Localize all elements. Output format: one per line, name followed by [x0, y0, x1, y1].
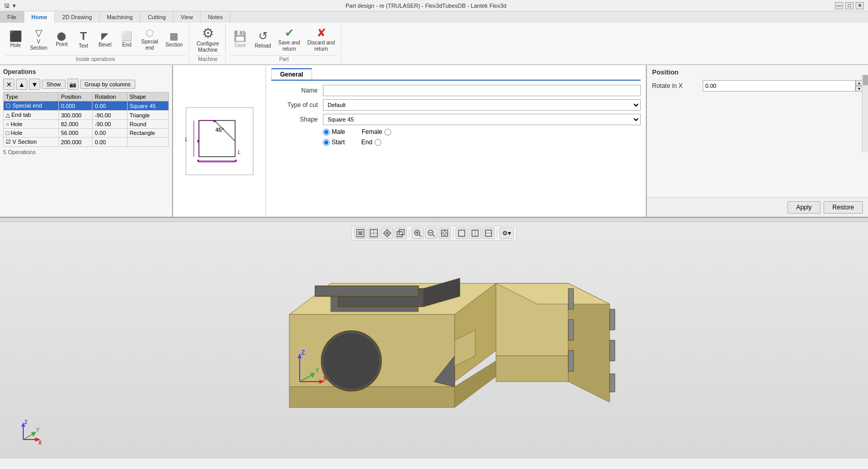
text-button[interactable]: T Text: [73, 25, 94, 54]
hole-button[interactable]: ⬛ Hole: [5, 25, 26, 54]
svg-marker-58: [568, 289, 574, 309]
operations-toolbar: ✕ ▲ ▼ Show 📷 Group by columns: [3, 79, 169, 90]
svg-marker-46: [289, 387, 455, 407]
position-area: Position Rotate in X ▲ ▼ Apply Restore: [646, 65, 868, 217]
table-row[interactable]: ☑V Section 200.000 0.00: [4, 138, 169, 147]
svg-marker-66: [315, 286, 419, 296]
male-option[interactable]: Male: [323, 128, 345, 135]
rotate-x-label: Rotate in X: [652, 82, 699, 89]
position-title: Position: [652, 68, 863, 76]
horizontal-splitter[interactable]: · · ·: [0, 218, 868, 222]
special-end-button[interactable]: ⬡ Specialend: [138, 25, 161, 54]
tab-machining[interactable]: Machining: [100, 11, 141, 23]
table-row[interactable]: ○Hole 82.000 -90.00 Round: [4, 120, 169, 129]
configure-machine-button[interactable]: ⚙ ConfigureMachine: [194, 25, 222, 54]
start-option[interactable]: Start: [323, 139, 345, 146]
col-type: Type: [4, 93, 59, 101]
action-buttons: Apply Restore: [647, 198, 868, 217]
svg-text:Z: Z: [24, 419, 27, 425]
type-of-cut-label: Type of cut: [271, 101, 318, 109]
svg-text:X: X: [38, 440, 42, 446]
svg-text:Y: Y: [315, 367, 319, 374]
col-rotation: Rotation: [92, 93, 127, 101]
move-down-button[interactable]: ▼: [29, 79, 40, 90]
end-button[interactable]: ⬜ End: [116, 25, 137, 54]
svg-marker-55: [496, 356, 568, 382]
operations-title: Operations: [3, 68, 169, 75]
rotate-x-input[interactable]: [703, 80, 856, 92]
svg-text:Y: Y: [36, 427, 40, 433]
end-option[interactable]: End: [361, 139, 381, 146]
restore-button[interactable]: Restore: [824, 201, 863, 214]
close-button[interactable]: ✕: [856, 2, 864, 9]
tab-cutting[interactable]: Cutting: [141, 11, 174, 23]
col-shape: Shape: [127, 93, 168, 101]
tab-file[interactable]: File: [0, 11, 24, 23]
rotate-x-row: Rotate in X ▲ ▼: [652, 80, 863, 92]
minimize-button[interactable]: —: [835, 2, 843, 9]
svg-marker-62: [610, 340, 615, 361]
gender-radio-group: Male Female: [323, 128, 391, 135]
bevel-button[interactable]: ◤ Bevel: [95, 25, 115, 54]
position-scrollbar[interactable]: [862, 74, 868, 152]
position-radio-group: Start End: [323, 139, 381, 146]
properties-panel: General Name Type of cut Default Shape S…: [266, 65, 646, 217]
maximize-button[interactable]: □: [845, 2, 854, 9]
ribbon-content: ⬛ Hole ▽ VSection ⬤ Point T Text ◤ Bev: [0, 23, 868, 64]
delete-operation-button[interactable]: ✕: [3, 79, 14, 90]
3d-model-svg: Z Y X: [238, 222, 630, 459]
tab-home[interactable]: Home: [24, 11, 55, 24]
move-up-button[interactable]: ▲: [16, 79, 27, 90]
tab-notes[interactable]: Notes: [200, 11, 230, 23]
table-row[interactable]: △End tab 300.000 -90.00 Triangle: [4, 111, 169, 120]
female-option[interactable]: Female: [362, 128, 391, 135]
v-section-button[interactable]: ▽ VSection: [27, 25, 50, 54]
male-label: Male: [332, 128, 345, 135]
axes-indicator: Z Y X: [16, 416, 47, 448]
svg-text:L: L: [238, 149, 241, 155]
model-area: Z Y X: [0, 222, 868, 459]
col-position: Position: [58, 93, 92, 101]
female-label: Female: [362, 128, 382, 135]
reload-button[interactable]: ↺ Reload: [252, 25, 274, 54]
operations-count: 5 Operations: [3, 149, 169, 155]
shape-row: Shape Square 45: [271, 114, 641, 125]
save-return-button[interactable]: ✔ Save andreturn: [275, 25, 303, 54]
configure-machine-label: Machine: [194, 55, 222, 63]
group-by-columns-button[interactable]: Group by columns: [80, 80, 135, 89]
type-of-cut-select[interactable]: Default: [323, 99, 641, 111]
table-row[interactable]: ⬡Special end 0.000 0.00 Square 45: [4, 101, 169, 111]
svg-text:45°: 45°: [215, 127, 224, 133]
start-label: Start: [332, 139, 345, 146]
position-panel: Position Rotate in X ▲ ▼: [647, 65, 868, 198]
operations-table: Type Position Rotation Shape ⬡Special en…: [3, 92, 169, 147]
apply-button[interactable]: Apply: [787, 201, 820, 214]
tab-view[interactable]: View: [174, 11, 201, 23]
shape-preview-svg: L 45° L: [183, 105, 256, 177]
gender-row: Male Female: [271, 128, 641, 135]
part-label: Part: [230, 55, 338, 63]
camera-button[interactable]: 📷: [67, 79, 79, 90]
section-button[interactable]: ▦ Section: [162, 25, 185, 54]
ribbon-tab-bar: File Home 2D Drawing Machining Cutting V…: [0, 11, 868, 23]
table-row[interactable]: □Hole 56.000 0.00 Rectangle: [4, 129, 169, 138]
svg-text:L: L: [185, 137, 188, 142]
svg-marker-59: [568, 320, 574, 340]
shape-select[interactable]: Square 45: [323, 114, 641, 125]
ribbon-group-part: 💾 Save ↺ Reload ✔ Save andreturn ✘ Disca…: [227, 24, 342, 63]
titlebar: 🖫 ▼ Part design - re (TRULASER) - Flex3d…: [0, 0, 868, 11]
end-label: End: [361, 139, 372, 146]
tab-2d-drawing[interactable]: 2D Drawing: [55, 11, 99, 23]
type-of-cut-row: Type of cut Default: [271, 99, 641, 111]
window-controls[interactable]: — □ ✕: [835, 2, 864, 9]
save-button[interactable]: 💾 Save: [230, 25, 251, 54]
point-button[interactable]: ⬤ Point: [51, 25, 72, 54]
svg-marker-63: [610, 374, 615, 392]
name-label: Name: [271, 87, 318, 94]
tab-general[interactable]: General: [271, 68, 312, 80]
show-button[interactable]: Show: [42, 80, 66, 89]
name-input[interactable]: [323, 85, 641, 96]
ribbon-group-configure: ⚙ ConfigureMachine Machine: [191, 24, 226, 63]
scrollbar-thumb: [863, 75, 868, 85]
discard-return-button[interactable]: ✘ Discard andreturn: [304, 25, 338, 54]
